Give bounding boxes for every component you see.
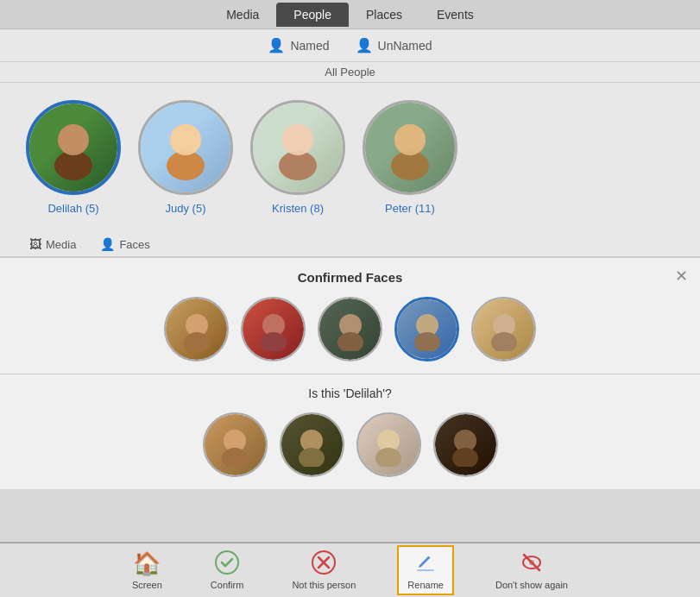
suggest-face-2[interactable]	[280, 412, 344, 477]
person-name-judy: Judy (5)	[166, 202, 206, 215]
confirm-label: Confirm	[211, 580, 244, 590]
person-card-kristen[interactable]: Kristen (8)	[250, 100, 345, 215]
not-person-label: Not this person	[292, 580, 356, 590]
faces-tab-icon: 👤	[100, 237, 115, 251]
person-tabs: 🖼 Media 👤 Faces	[0, 232, 700, 258]
person-avatar-judy	[138, 100, 233, 195]
confirmed-face-1[interactable]	[164, 297, 229, 361]
svg-point-27	[375, 448, 401, 467]
svg-point-23	[222, 448, 248, 467]
svg-point-13	[184, 332, 210, 351]
person-name-peter: Peter (11)	[385, 202, 435, 215]
top-navigation: Media People Places Events	[0, 0, 700, 29]
nav-media[interactable]: Media	[209, 3, 276, 27]
svg-point-30	[216, 551, 238, 574]
svg-point-15	[261, 332, 287, 351]
person-avatar-delilah	[26, 100, 121, 195]
rename-label: Rename	[407, 580, 444, 590]
svg-point-25	[299, 448, 325, 467]
confirm-button[interactable]: Confirm	[204, 547, 251, 594]
tab-media-label: Media	[46, 238, 76, 251]
dont-show-button[interactable]: Don't show again	[489, 547, 575, 594]
tab-faces-label: Faces	[119, 238, 149, 251]
confirmed-face-2[interactable]	[241, 297, 306, 361]
confirmed-face-5[interactable]	[471, 297, 536, 361]
unnamed-label: UnNamed	[378, 39, 432, 53]
nav-places[interactable]: Places	[349, 3, 419, 27]
confirmed-faces-row	[17, 297, 683, 361]
svg-point-1	[54, 151, 92, 180]
close-button[interactable]: ✕	[675, 267, 688, 286]
confirmed-faces-section: ✕ Confirmed Faces	[0, 258, 700, 374]
person-name-delilah: Delilah (5)	[47, 202, 98, 215]
confirmed-face-3[interactable]	[318, 297, 382, 361]
suggest-face-4[interactable]	[433, 412, 498, 477]
tab-media[interactable]: 🖼 Media	[17, 232, 88, 256]
home-icon: 🏠	[133, 550, 161, 577]
rename-icon	[413, 550, 438, 577]
confirmed-title: Confirmed Faces	[17, 270, 683, 285]
rename-button[interactable]: Rename	[397, 545, 454, 595]
named-person-icon: 👤	[268, 37, 285, 53]
nav-events[interactable]: Events	[419, 3, 491, 27]
person-name-kristen: Kristen (8)	[272, 202, 324, 215]
confirmed-face-4[interactable]	[394, 297, 459, 361]
not-this-person-button[interactable]: Not this person	[285, 547, 363, 594]
screen-label: Screen	[132, 580, 162, 590]
suggestion-faces-row	[17, 412, 683, 477]
sub-nav-named[interactable]: 👤 Named	[268, 37, 329, 53]
svg-point-2	[58, 124, 89, 155]
person-card-peter[interactable]: Peter (11)	[363, 100, 457, 215]
svg-point-29	[452, 448, 478, 467]
svg-point-8	[282, 124, 313, 155]
svg-point-10	[391, 151, 429, 180]
svg-point-21	[491, 332, 517, 351]
named-label: Named	[290, 39, 329, 53]
person-card-judy[interactable]: Judy (5)	[138, 100, 233, 215]
svg-rect-34	[417, 569, 434, 571]
svg-point-19	[414, 332, 440, 351]
bottom-toolbar: 🏠 Screen Confirm Not this person Rename …	[0, 542, 700, 597]
confirm-icon	[215, 550, 239, 577]
sub-nav-unnamed[interactable]: 👤 UnNamed	[356, 37, 432, 53]
person-avatar-peter	[363, 100, 457, 195]
suggestion-title: Is this 'Delilah'?	[17, 386, 683, 400]
sub-navigation: 👤 Named 👤 UnNamed	[0, 29, 700, 62]
all-people-bar[interactable]: All People	[0, 62, 700, 83]
svg-point-5	[170, 124, 201, 155]
dont-show-icon	[520, 550, 544, 577]
svg-point-11	[394, 124, 426, 155]
unnamed-person-icon: 👤	[356, 37, 373, 53]
dont-show-label: Don't show again	[495, 580, 568, 590]
tab-faces[interactable]: 👤 Faces	[88, 232, 161, 256]
nav-people[interactable]: People	[276, 3, 349, 27]
person-card-delilah[interactable]: Delilah (5)	[26, 100, 121, 215]
screen-button[interactable]: 🏠 Screen	[125, 547, 169, 594]
svg-point-7	[279, 151, 317, 180]
person-avatar-kristen	[250, 100, 345, 195]
people-grid: Delilah (5) Judy (5) Kristen (8) Peter (…	[0, 83, 700, 232]
suggest-face-1[interactable]	[203, 412, 268, 477]
suggest-face-3[interactable]	[356, 412, 421, 477]
not-person-icon	[312, 550, 336, 577]
svg-point-4	[167, 151, 205, 180]
svg-point-17	[337, 332, 363, 351]
suggestion-section: Is this 'Delilah'?	[0, 374, 700, 489]
media-tab-icon: 🖼	[29, 237, 41, 251]
